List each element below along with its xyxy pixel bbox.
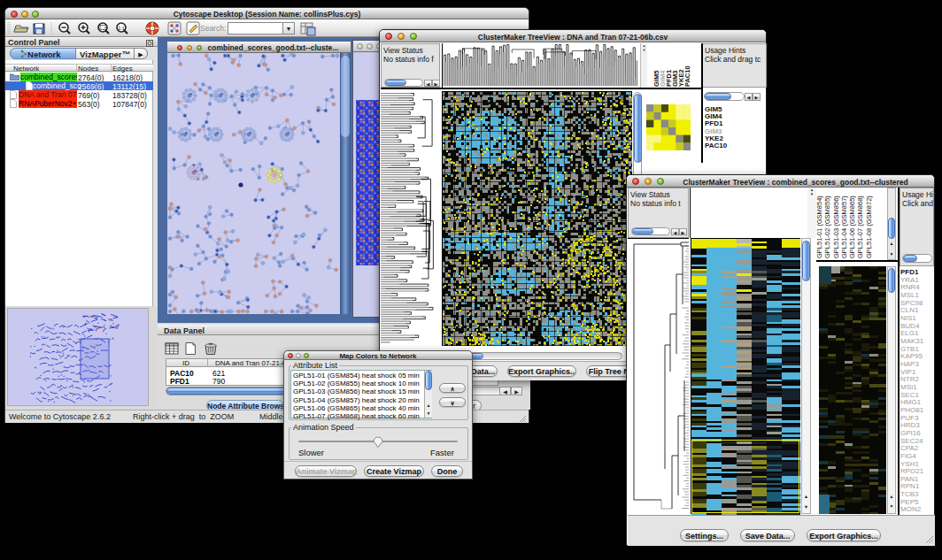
svg-text:1:1: 1:1: [118, 26, 125, 31]
svg-text:Search:: Search:: [200, 24, 226, 33]
